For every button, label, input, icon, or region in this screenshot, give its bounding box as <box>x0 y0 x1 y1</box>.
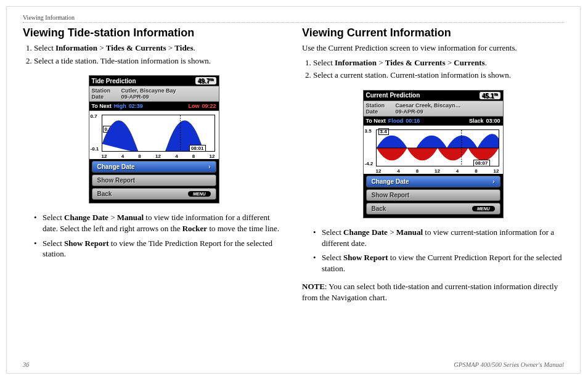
back-button[interactable]: BackMENU <box>366 203 500 215</box>
right-note: NOTE: You can select both tide-station a… <box>302 281 564 303</box>
right-steps: Select Information > Tides & Currents > … <box>313 57 564 83</box>
flood-label: Flood <box>388 118 404 124</box>
current-title-bar: Current Prediction 45.1m <box>364 91 503 101</box>
current-ebb-curve <box>377 148 499 160</box>
page-footer: 36 GPSMAP 400/500 Series Owner's Manual <box>23 356 564 368</box>
right-bullet-1: Select Change Date > Manual to view curr… <box>313 227 564 248</box>
tide-title: Tide Prediction <box>92 78 136 84</box>
page-number: 36 <box>23 361 30 368</box>
left-step-1: Select Information > Tides & Currents > … <box>34 43 285 54</box>
tide-reading-badge: 49.7m <box>195 77 216 84</box>
left-step-2: Select a tide station. Tide-station info… <box>34 55 285 67</box>
current-title: Current Prediction <box>366 92 420 99</box>
change-date-button[interactable]: Change Date› <box>366 176 500 187</box>
chevron-right-icon: › <box>208 163 210 170</box>
chevron-right-icon: › <box>492 178 494 185</box>
tide-x-axis: 1248124812 <box>102 154 215 159</box>
low-label: Low <box>188 103 199 109</box>
high-label: High <box>114 103 126 109</box>
menu-pill: MENU <box>188 191 211 197</box>
show-report-button[interactable]: Show Report <box>92 174 216 186</box>
change-date-button[interactable]: Change Date› <box>92 161 216 173</box>
menu-pill: MENU <box>472 206 495 211</box>
right-column: Viewing Current Information Use the Curr… <box>302 24 564 356</box>
tide-title-bar: Tide Prediction 49.7m <box>89 76 219 86</box>
current-time-mark: 08:07 <box>473 160 489 166</box>
left-bullet-2: Select Show Report to view the Tide Pred… <box>34 238 285 260</box>
slack-label: Slack <box>469 118 484 124</box>
current-reading-badge: 45.1m <box>480 92 500 99</box>
left-steps: Select Information > Tides & Currents > … <box>34 43 285 68</box>
left-bullets: Select Change Date > Manual to view tide… <box>34 212 285 263</box>
show-report-button[interactable]: Show Report <box>366 189 500 201</box>
right-intro: Use the Current Prediction screen to vie… <box>302 43 564 54</box>
current-to-next: To Next Flood 00:16 Slack 03:00 <box>364 117 503 126</box>
tide-time-mark: 08:01 <box>189 145 205 152</box>
tide-device: Tide Prediction 49.7m StationCutler, Bis… <box>89 75 219 203</box>
tide-to-next: To Next High 02:39 Low 09:22 <box>89 102 219 111</box>
current-info-block: StationCaesar Creek, Biscayn… Date09-APR… <box>364 101 503 117</box>
current-device: Current Prediction 45.1m StationCaesar C… <box>363 90 504 218</box>
current-chart: 3.5 3.4 -4.2 08:07 <box>364 126 503 174</box>
back-button[interactable]: BackMENU <box>92 188 216 200</box>
right-step-1: Select Information > Tides & Currents > … <box>313 57 564 68</box>
current-flood-curve <box>377 134 499 148</box>
current-x-axis: 1248124812 <box>376 168 499 174</box>
tide-chart: 0.7 0.3 -0.1 08:01 1248124812 <box>89 111 219 159</box>
left-column: Viewing Tide-station Information Select … <box>23 24 285 356</box>
left-heading: Viewing Tide-station Information <box>23 27 285 39</box>
right-heading: Viewing Current Information <box>302 27 564 39</box>
page-section-label: Viewing Information <box>23 14 564 23</box>
left-bullet-1: Select Change Date > Manual to view tide… <box>34 212 285 234</box>
tide-info-block: StationCutler, Biscayne Bay Date09-APR-0… <box>89 86 219 102</box>
manual-title: GPSMAP 400/500 Series Owner's Manual <box>454 361 564 368</box>
right-bullets: Select Change Date > Manual to view curr… <box>313 227 564 277</box>
right-step-2: Select a current station. Current-statio… <box>313 70 564 81</box>
right-bullet-2: Select Show Report to view the Current P… <box>313 252 564 274</box>
